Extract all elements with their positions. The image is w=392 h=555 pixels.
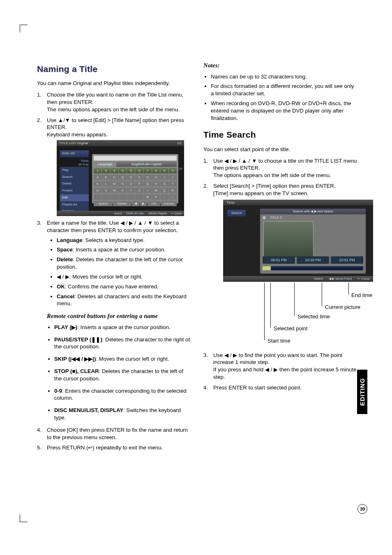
kb-key: J: [169, 175, 177, 180]
kb-key: •: [144, 188, 152, 193]
ts3-sub: If you press and hold ◀ / ▶ then the poi…: [213, 366, 356, 380]
kb-key: Ð: [169, 188, 177, 193]
ts2-sub: [Time] menu appears on the TV screen.: [213, 190, 309, 196]
step-3-text: Enter a name for the title. Use ◀ / ▶ / …: [47, 220, 179, 233]
naming-steps: Choose the title you want to name on the…: [37, 91, 191, 451]
kb-row4: UVWXYZ•ÆÇÐ: [94, 188, 177, 193]
kb-key: L: [102, 181, 110, 187]
page-number: 39: [357, 504, 367, 514]
ts-head: Search with ◀ ▶ and Select: [260, 209, 366, 214]
ts-foot-close: ↩ Close: [357, 276, 370, 282]
kb-min: 53min: [60, 159, 89, 163]
kb-stamp: :26: [178, 167, 182, 171]
step-2-text: Use ▲/▼ to select [Edit] > [Title Name] …: [47, 117, 184, 131]
rc-stop-b: STOP (■), CLEAR: [54, 368, 99, 374]
kb-numrow: 1234567890: [94, 168, 177, 173]
kb-key: V: [102, 188, 110, 193]
notes-list: Names can be up to 32 characters long. F…: [211, 73, 357, 122]
kb-key: [135, 194, 143, 200]
kb-key: Ø: [144, 194, 152, 200]
kb-input: [94, 156, 177, 161]
naming-intro: You can name Original and Playlist title…: [37, 80, 191, 87]
kb-lang-lbl: Language: [94, 162, 116, 167]
kb-key: 4: [119, 168, 127, 173]
kb-key: N: [119, 181, 127, 187]
kb-key: O: [127, 181, 135, 187]
callout-current-picture: Current picture: [325, 304, 360, 311]
kb-menu-play: Play: [60, 167, 89, 174]
kb-delete: Delete: [113, 201, 131, 206]
kb-page: 1/1: [177, 140, 182, 146]
ts-foot-move: ◀ ▶ Move Point: [329, 276, 352, 282]
left-column: Naming a Title You can name Original and…: [37, 62, 191, 455]
kb-foot-close: ↩ Close: [171, 211, 182, 216]
step-1-sub: The menu options appears on the left sid…: [47, 106, 180, 113]
kb-key: I: [160, 175, 168, 180]
kb-key: [94, 194, 101, 200]
kb-cancel: Cancel: [161, 201, 177, 206]
rc-skip-t: : Moves the cursor left or right.: [96, 356, 169, 362]
kb-key: R: [152, 181, 160, 187]
ts-search: Search: [227, 210, 246, 217]
time-intro: You can select start point of the title.: [203, 146, 357, 153]
kb-key: –: [160, 194, 168, 200]
kb-dvdvr: DVD-VR: [60, 150, 89, 157]
ts-foot-watch: Watch: [314, 276, 323, 282]
kb-key: U: [94, 188, 101, 193]
callout-start-time: Start time: [267, 337, 291, 345]
kb-key: D: [119, 175, 127, 180]
ts-progressbar: [263, 266, 363, 270]
kb-key: [111, 194, 118, 200]
kb-titlelist: TITLE LIST: [59, 141, 76, 145]
sub-ok-b: OK: [57, 283, 65, 290]
kb-key: S: [160, 181, 168, 187]
ts-title3: TITLE 3: [270, 216, 281, 220]
sub-del-t: : Deletes the character to the left of t…: [57, 256, 183, 270]
kb-original: Original: [77, 141, 88, 145]
kb-foot-info: DISPLAY Info.: [126, 211, 145, 216]
crop-mark: [20, 514, 28, 522]
kb-key: Y: [127, 188, 135, 193]
kb-key: 8: [152, 168, 160, 173]
callout-selected-point: Selected point: [274, 325, 307, 332]
callout-end-time: End time: [351, 292, 372, 299]
kb-key: [119, 194, 127, 200]
heading-naming-title: Naming a Title: [37, 63, 191, 75]
kb-key: A: [94, 175, 101, 180]
kb-key: F: [135, 175, 143, 180]
time-screenshot: Time Search Search with ◀ ▶ and Select ▦…: [223, 200, 373, 282]
kb-key: E: [127, 175, 135, 180]
time-callouts: End time Current picture Selected time S…: [223, 283, 357, 348]
keyboard-screenshot: TITLE LIST Original 1/1 DVD-VR 53min SP …: [57, 140, 184, 216]
kb-row5: ØÞ–—: [94, 194, 177, 200]
step-1-text: Choose the title you want to name on the…: [47, 92, 183, 105]
ts-step-3: Use ◀ / ▶ to find the point you want to …: [203, 352, 357, 381]
step-3-sublist: Language: Selects a keyboard type. Space…: [57, 237, 191, 308]
notes-heading: Notes:: [203, 62, 357, 70]
kb-key: C: [111, 175, 118, 180]
page-content: Naming a Title You can name Original and…: [37, 62, 357, 455]
kb-key: Q: [144, 181, 152, 187]
heading-time-search: Time Search: [203, 129, 357, 140]
step-5-text: Press RETURN (↩) repeatedly to exit the …: [47, 444, 163, 451]
step-2: Use ▲/▼ to select [Edit] > [Title Name] …: [37, 117, 191, 216]
rc-skip-b: SKIP (|◀◀ / ▶▶|): [54, 356, 96, 362]
sub-can-b: Cancel: [57, 293, 74, 299]
note-3: When recording on DVD-R, DVD-RW or DVD+R…: [211, 100, 357, 122]
rc-play-t: : Inserts a space at the cursor position…: [77, 324, 171, 330]
time-steps: Use ◀ / ▶ / ▲ / ▼ to choose a title on t…: [203, 157, 357, 391]
ts-step-2: Select [Search] > [Time] option then pre…: [203, 182, 357, 348]
ts3-text: Use ◀ / ▶ to find the point you want to …: [213, 352, 342, 366]
rc-pause-b: PAUSE/STEP (❚❚): [54, 336, 102, 343]
ts-t2: 10:10 PM: [297, 256, 329, 264]
kb-foot-playlist: MENU Playlist: [148, 211, 167, 216]
remote-list: PLAY (▶): Inserts a space at the cursor …: [54, 324, 191, 421]
ts-bar: Time: [223, 200, 373, 205]
callout-selected-time: Selected time: [297, 313, 330, 320]
kb-key: M: [111, 181, 118, 187]
sub-space-t: : Inserts a space at the cursor position…: [73, 246, 166, 253]
kb-row2: ABCDEFGHIJ: [94, 175, 177, 180]
step-5: Press RETURN (↩) repeatedly to exit the …: [37, 444, 191, 451]
kb-key: G: [144, 175, 152, 180]
kb-key: T: [169, 181, 177, 187]
